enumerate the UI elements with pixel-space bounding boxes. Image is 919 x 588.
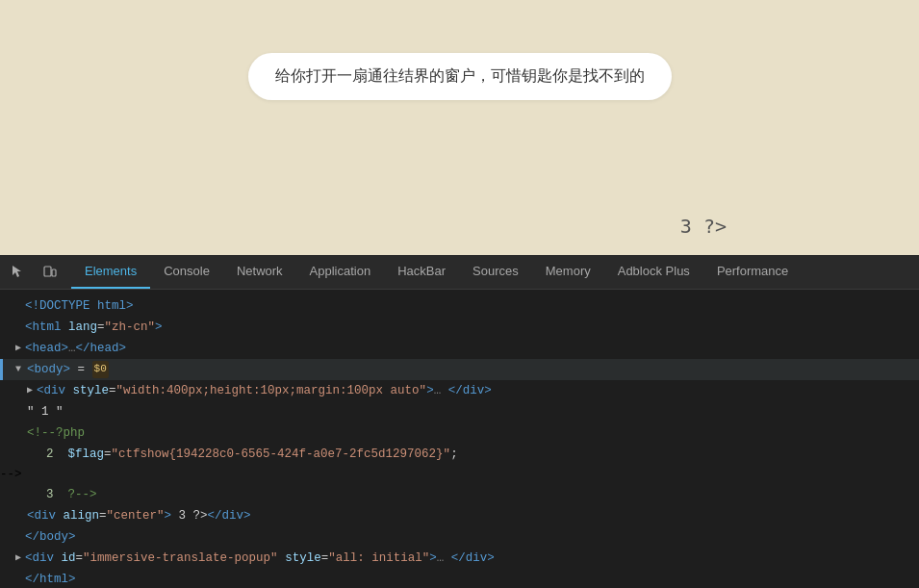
code-line-6: " 1 " [0,401,919,422]
code-line-12[interactable]: <div id = "immersive-translate-popup" st… [0,548,919,569]
device-icon[interactable] [37,259,64,286]
tab-memory[interactable]: Memory [532,255,604,289]
tab-performance[interactable]: Performance [703,255,802,289]
tab-hackbar[interactable]: HackBar [384,255,459,289]
code-line-3[interactable]: <head> … </head> [0,338,919,359]
devtools-panel: Elements Console Network Application Hac… [0,255,919,588]
speech-text: 给你打开一扇通往结界的窗户，可惜钥匙你是找不到的 [275,67,645,84]
code-line-13: </html> [0,569,919,588]
code-line-10: <div align = "center" > 3 ?> </div> [0,505,919,526]
tab-network[interactable]: Network [223,255,296,289]
devtools-toolbar: Elements Console Network Application Hac… [0,255,919,290]
devtools-tabs: Elements Console Network Application Hac… [71,255,802,289]
devtools-code-area[interactable]: <!DOCTYPE html> <html lang = "zh-cn" > <… [0,290,919,588]
page-area: 给你打开一扇通往结界的窗户，可惜钥匙你是找不到的 3 ?> [0,0,919,255]
tab-application[interactable]: Application [296,255,385,289]
page-number: 3 ?> [680,215,727,238]
code-line-1: <!DOCTYPE html> [0,295,919,317]
speech-bubble: 给你打开一扇通往结界的窗户，可惜钥匙你是找不到的 [248,53,672,100]
code-line-5[interactable]: <div style = "width:400px;height:10px;ma… [0,380,919,401]
tab-elements[interactable]: Elements [71,255,150,289]
code-line-11: </body> [0,526,919,548]
tab-adblock[interactable]: Adblock Plus [604,255,703,289]
code-line-8: 2 $flag = "ctfshow{194228c0-6565-424f-a0… [0,444,919,465]
svg-rect-0 [44,267,51,276]
tab-sources[interactable]: Sources [459,255,532,289]
cursor-icon[interactable] [6,259,33,286]
code-line-9: 3 ?--> [0,484,919,505]
code-line-2: <html lang = "zh-cn" > [0,317,919,338]
code-line-4-body[interactable]: <body> = $0 [0,359,919,380]
tab-console[interactable]: Console [150,255,223,289]
svg-rect-1 [52,269,56,276]
code-line-7: <!--?php [0,422,919,444]
